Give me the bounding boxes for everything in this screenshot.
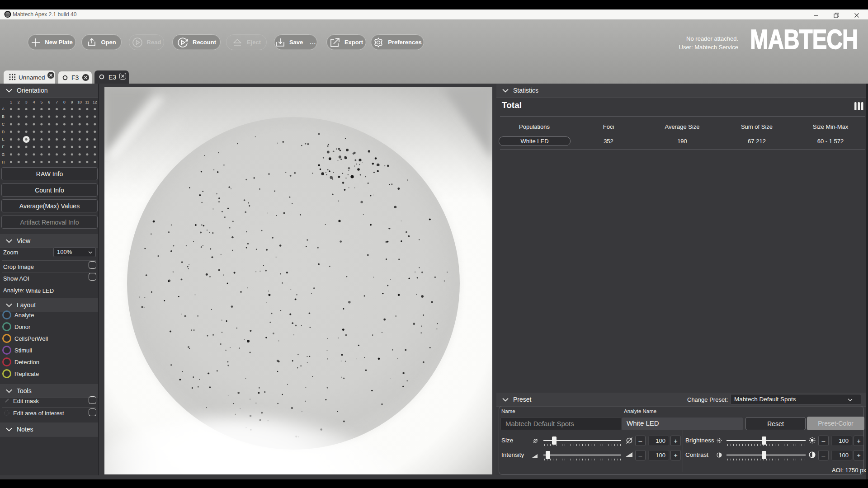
svg-text:6: 6 <box>48 100 50 104</box>
svg-text:11: 11 <box>85 100 89 104</box>
svg-text:E: E <box>2 137 5 141</box>
svg-text:3: 3 <box>25 100 28 104</box>
svg-text:4: 4 <box>33 100 35 104</box>
svg-text:A: A <box>2 107 5 111</box>
svg-text:D: D <box>2 130 5 134</box>
svg-text:1: 1 <box>10 100 12 104</box>
svg-text:H: H <box>2 160 5 164</box>
svg-text:12: 12 <box>93 100 97 104</box>
svg-text:5: 5 <box>40 100 42 104</box>
svg-text:8: 8 <box>63 100 66 104</box>
svg-text:10: 10 <box>77 100 82 104</box>
svg-text:G: G <box>2 152 5 157</box>
svg-text:7: 7 <box>56 100 58 104</box>
svg-text:F: F <box>2 145 4 149</box>
svg-text:B: B <box>2 114 5 119</box>
svg-text:2: 2 <box>18 100 20 104</box>
svg-text:C: C <box>2 122 5 127</box>
svg-text:9: 9 <box>71 100 73 104</box>
